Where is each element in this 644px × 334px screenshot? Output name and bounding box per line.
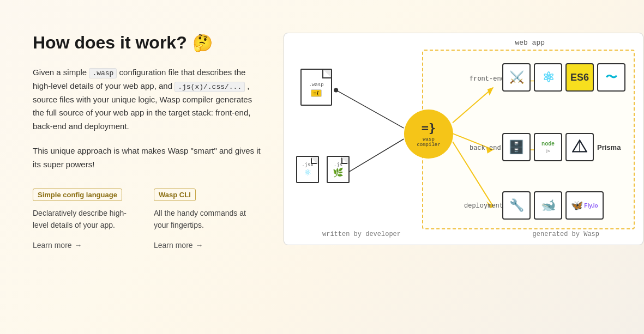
deployment-techs: 🔧 🐋 🦋 Fly.io bbox=[502, 191, 604, 220]
js-file: .js 🌿 bbox=[327, 156, 350, 183]
backend-label: back-end bbox=[470, 144, 501, 152]
db-icon-box: 🗄️ bbox=[502, 133, 531, 161]
tailwind-icon-box: 〜 bbox=[597, 63, 625, 92]
written-label: written by developer bbox=[322, 230, 401, 238]
jscss-code: .js(x)/.css/... bbox=[174, 82, 245, 92]
prisma-icon-box bbox=[565, 133, 594, 161]
page-title: How does it work? 🤔 bbox=[33, 33, 262, 53]
learn-more-link-1[interactable]: Learn more → bbox=[33, 241, 82, 250]
desc-text-1: Given a simple bbox=[33, 68, 89, 77]
flyio-icon-box: 🦋 Fly.io bbox=[565, 191, 604, 220]
wasp-code: .wasp bbox=[89, 68, 117, 78]
prisma-text: Prisma bbox=[597, 143, 621, 151]
compiler-label: waspcompiler bbox=[417, 137, 440, 148]
card-tag-2: Wasp CLI bbox=[154, 189, 196, 201]
page-wrapper: How does it work? 🤔 Given a simple .wasp… bbox=[0, 0, 644, 272]
compiler-symbol: =} bbox=[422, 121, 436, 135]
svg-point-1 bbox=[334, 88, 338, 92]
react-icon-box: ⚛ bbox=[534, 63, 562, 92]
page-title-text: How does it work? bbox=[33, 33, 187, 53]
arrow-icon-1: → bbox=[75, 241, 82, 250]
wrench-icon-box: 🔧 bbox=[502, 191, 531, 220]
card-tag-1: Simple config language bbox=[33, 189, 122, 201]
backend-techs: 🗄️ nodejs Prisma bbox=[502, 133, 621, 161]
nodejs-icon-box: nodejs bbox=[534, 133, 562, 161]
left-column: How does it work? 🤔 Given a simple .wasp… bbox=[33, 33, 262, 250]
jsx-file: .jsx ⚛ bbox=[296, 156, 319, 183]
card-simple-config: Simple config language Declaratively des… bbox=[33, 189, 141, 250]
generated-label: generated by Wasp bbox=[533, 230, 599, 238]
right-column: web app bbox=[284, 33, 643, 250]
description-1: Given a simple .wasp configuration file … bbox=[33, 66, 262, 133]
es6-icon-box: ES6 bbox=[565, 63, 594, 92]
learn-more-link-2[interactable]: Learn more → bbox=[154, 241, 203, 250]
description-2: This unique approach is what makes Wasp … bbox=[33, 144, 262, 172]
diagram-container: web app bbox=[284, 33, 643, 245]
card-desc-2: All the handy commands at your fingertip… bbox=[154, 208, 262, 231]
docker-icon-box: 🐋 bbox=[534, 191, 562, 220]
thinking-emoji: 🤔 bbox=[192, 33, 213, 52]
learn-more-text-2: Learn more bbox=[154, 241, 193, 250]
wasp-file: .wasp ={ bbox=[300, 69, 332, 106]
frontend-techs: ⚔️ ⚛ ES6 〜 bbox=[502, 63, 625, 92]
card-desc-1: Declaratively describe high-level detail… bbox=[33, 208, 141, 231]
wasp-tool-icon: ⚔️ bbox=[502, 63, 531, 92]
compiler-circle: =} waspcompiler bbox=[404, 110, 453, 159]
svg-line-0 bbox=[336, 90, 404, 128]
arrow-icon-2: → bbox=[196, 241, 203, 250]
frontend-label: front-end bbox=[470, 75, 505, 83]
card-wasp-cli: Wasp CLI All the handy commands at your … bbox=[154, 189, 262, 250]
deployment-label: deployment bbox=[464, 202, 503, 210]
learn-more-text-1: Learn more bbox=[33, 241, 72, 250]
cards-row: Simple config language Declaratively des… bbox=[33, 189, 262, 250]
web-app-label: web app bbox=[515, 39, 545, 47]
